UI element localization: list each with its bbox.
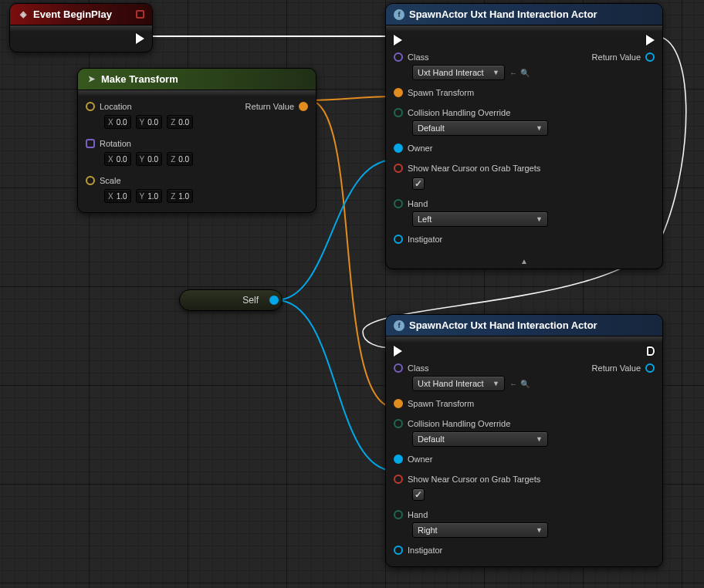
node-header[interactable]: ➤ Make Transform <box>78 69 316 90</box>
rot-y-input[interactable]: Y0.0 <box>136 152 163 166</box>
node-title: SpawnActor Uxt Hand Interaction Actor <box>409 319 597 331</box>
class-dropdown[interactable]: Uxt Hand Interact▼ <box>412 376 505 391</box>
class-dropdown[interactable]: Uxt Hand Interact▼ <box>412 65 505 80</box>
spawn-transform-pin[interactable] <box>394 399 403 408</box>
scl-z-input[interactable]: Z1.0 <box>167 189 193 203</box>
scale-label: Scale <box>100 176 121 185</box>
find-asset-icon: 🔍 <box>520 380 530 388</box>
node-title: Event BeginPlay <box>33 8 112 20</box>
event-icon: ◈ <box>18 9 29 20</box>
hand-label: Hand <box>408 199 428 208</box>
spawn-transform-label: Spawn Transform <box>408 88 474 97</box>
rotation-label: Rotation <box>100 139 131 148</box>
chevron-down-icon: ▼ <box>536 435 543 443</box>
exec-out-pin[interactable] <box>136 33 144 44</box>
owner-pin[interactable] <box>394 455 403 464</box>
self-label: Self <box>242 295 259 306</box>
show-near-checkbox[interactable]: ✓ <box>412 177 425 190</box>
class-input-pin[interactable] <box>394 52 403 62</box>
loc-y-input[interactable]: Y0.0 <box>136 115 163 129</box>
hand-dropdown[interactable]: Right▼ <box>412 522 548 538</box>
show-near-label: Show Near Cursor on Grab Targets <box>408 164 540 173</box>
show-near-pin[interactable] <box>394 164 403 173</box>
location-vector: X0.0 Y0.0 Z0.0 <box>86 115 308 129</box>
exec-in-pin[interactable] <box>394 35 402 46</box>
class-label: Class <box>408 363 429 373</box>
node-event-beginplay[interactable]: ◈ Event BeginPlay <box>9 3 153 52</box>
hand-label: Hand <box>408 510 428 519</box>
rot-z-input[interactable]: Z0.0 <box>167 152 193 166</box>
class-label: Class <box>408 52 429 62</box>
node-spawnactor-left[interactable]: f SpawnActor Uxt Hand Interaction Actor … <box>385 3 663 269</box>
scale-vector: X1.0 Y1.0 Z1.0 <box>86 189 308 203</box>
spawn-transform-label: Spawn Transform <box>408 399 474 408</box>
find-asset-icon: 🔍 <box>520 69 530 77</box>
instigator-label: Instigator <box>408 235 442 244</box>
chevron-down-icon: ▼ <box>536 215 543 223</box>
rotation-input-pin[interactable] <box>86 139 95 148</box>
scl-y-input[interactable]: Y1.0 <box>136 189 163 203</box>
collision-pin[interactable] <box>394 108 403 117</box>
collision-dropdown[interactable]: Default▼ <box>412 431 548 447</box>
location-input-pin[interactable] <box>86 102 95 111</box>
hand-dropdown[interactable]: Left▼ <box>412 211 548 227</box>
node-spawnactor-right[interactable]: f SpawnActor Uxt Hand Interaction Actor … <box>385 314 663 567</box>
location-label: Location <box>100 102 132 111</box>
exec-out-pin[interactable] <box>646 35 655 46</box>
owner-label: Owner <box>408 455 432 464</box>
browse-back-icon: ← <box>509 380 517 388</box>
chevron-down-icon: ▼ <box>492 69 499 76</box>
chevron-down-icon: ▼ <box>536 124 543 132</box>
class-input-pin[interactable] <box>394 363 403 373</box>
collision-label: Collision Handling Override <box>408 419 510 428</box>
exec-out-pin[interactable] <box>647 346 655 356</box>
self-output-pin[interactable] <box>269 296 279 305</box>
collision-pin[interactable] <box>394 419 403 428</box>
return-value-label: Return Value <box>245 102 294 111</box>
asset-nav-icons[interactable]: ←🔍 <box>509 380 530 388</box>
scl-x-input[interactable]: X1.0 <box>104 189 131 203</box>
node-self[interactable]: Self <box>179 289 283 311</box>
function-icon: f <box>394 9 404 20</box>
asset-nav-icons[interactable]: ←🔍 <box>509 69 530 77</box>
loc-x-input[interactable]: X0.0 <box>104 115 131 129</box>
hand-pin[interactable] <box>394 510 403 519</box>
spawn-transform-pin[interactable] <box>394 88 403 97</box>
return-value-pin[interactable] <box>645 363 655 373</box>
browse-back-icon: ← <box>509 69 517 77</box>
owner-pin[interactable] <box>394 144 403 153</box>
node-header[interactable]: f SpawnActor Uxt Hand Interaction Actor <box>386 4 662 25</box>
rot-x-input[interactable]: X0.0 <box>104 152 131 166</box>
delegate-pin[interactable] <box>136 10 144 19</box>
exec-in-pin[interactable] <box>394 346 402 357</box>
collision-label: Collision Handling Override <box>408 108 510 117</box>
rotation-vector: X0.0 Y0.0 Z0.0 <box>86 152 308 166</box>
node-header[interactable]: ◈ Event BeginPlay <box>10 4 152 25</box>
node-title: Make Transform <box>101 73 178 85</box>
instigator-label: Instigator <box>408 546 442 555</box>
instigator-pin[interactable] <box>394 235 403 244</box>
instigator-pin[interactable] <box>394 546 403 555</box>
return-value-label: Return Value <box>592 52 641 62</box>
loc-z-input[interactable]: Z0.0 <box>167 115 193 129</box>
node-header[interactable]: f SpawnActor Uxt Hand Interaction Actor <box>386 315 662 336</box>
node-title: SpawnActor Uxt Hand Interaction Actor <box>409 8 597 20</box>
hand-pin[interactable] <box>394 199 403 208</box>
return-value-pin[interactable] <box>645 52 655 62</box>
owner-label: Owner <box>408 144 432 153</box>
chevron-down-icon: ▼ <box>492 380 499 387</box>
expand-toggle[interactable]: ▲ <box>386 255 662 269</box>
return-value-pin[interactable] <box>299 102 308 111</box>
return-value-label: Return Value <box>592 363 641 373</box>
show-near-checkbox[interactable]: ✓ <box>412 488 425 501</box>
chevron-down-icon: ▼ <box>536 526 543 534</box>
node-make-transform[interactable]: ➤ Make Transform Location Return Value X… <box>77 68 316 213</box>
show-near-pin[interactable] <box>394 475 403 484</box>
show-near-label: Show Near Cursor on Grab Targets <box>408 475 540 484</box>
transform-icon: ➤ <box>86 74 96 85</box>
collision-dropdown[interactable]: Default▼ <box>412 120 548 136</box>
scale-input-pin[interactable] <box>86 176 95 185</box>
function-icon: f <box>394 320 404 331</box>
